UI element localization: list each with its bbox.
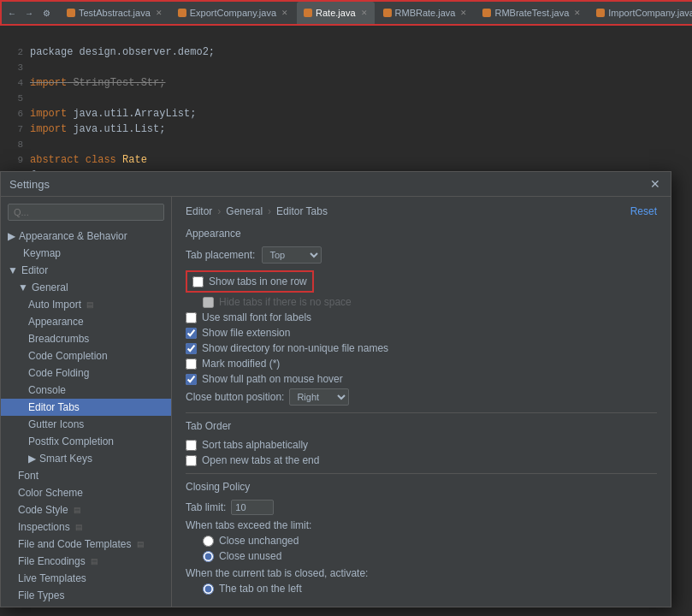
search-input[interactable]	[8, 204, 164, 221]
tab-file-icon	[178, 9, 186, 17]
when-exceed-label: When tabs exceed the limit:	[186, 519, 657, 531]
when-closed-label: When the current tab is closed, activate…	[186, 567, 657, 579]
close-button-position-dropdown[interactable]: Right Left None	[289, 388, 349, 406]
tab-on-left-label: The tab on the left	[219, 583, 302, 595]
sidebar-item-general[interactable]: ▼ General	[1, 279, 171, 296]
sidebar-item-label: Editor Tabs	[28, 401, 80, 413]
sidebar-item-editor[interactable]: ▼ Editor	[1, 262, 171, 279]
settings-titlebar: Settings ✕	[1, 172, 671, 197]
show-full-path-label: Show full path on mouse hover	[202, 373, 343, 385]
use-small-font-checkbox[interactable]	[186, 312, 197, 323]
sidebar-item-label: File and Code Templates	[18, 538, 132, 550]
sidebar-item-font[interactable]: Font	[1, 467, 171, 484]
sidebar-item-inspections[interactable]: Inspections ▤	[1, 518, 171, 536]
tab-close-icon[interactable]: ✕	[281, 9, 288, 17]
tab-placement-dropdown[interactable]: Top Bottom Left Right None	[262, 246, 322, 264]
show-file-ext-row: Show file extension	[186, 327, 657, 339]
sidebar-item-console[interactable]: Console	[1, 382, 171, 399]
close-unchanged-radio[interactable]	[203, 536, 214, 547]
reset-button[interactable]: Reset	[630, 205, 657, 217]
sidebar-item-android-layout-editor[interactable]: Android Layout Editor	[1, 604, 171, 607]
sidebar-item-editor-tabs[interactable]: Editor Tabs	[1, 399, 171, 416]
close-unused-radio[interactable]	[203, 551, 214, 562]
tab-rmbratetest[interactable]: RMBrateTest.java ✕	[476, 2, 588, 24]
forward-icon[interactable]: →	[22, 6, 36, 20]
sidebar-item-smart-keys[interactable]: ▶ Smart Keys	[1, 450, 171, 467]
sidebar-item-label: Console	[28, 384, 66, 396]
settings-icon[interactable]: ⚙	[39, 6, 53, 20]
tab-file-icon	[596, 9, 605, 17]
sidebar-item-code-folding[interactable]: Code Folding	[1, 364, 171, 382]
breadcrumb-sep2: ›	[268, 205, 271, 217]
tab-testabstract[interactable]: TestAbstract.java ✕	[60, 2, 169, 24]
sidebar-item-code-style[interactable]: Code Style ▤	[1, 501, 171, 518]
tab-on-left-radio[interactable]	[203, 583, 214, 595]
sidebar-item-label: Gutter Icons	[28, 418, 84, 430]
tab-file-icon	[67, 9, 75, 17]
show-full-path-row: Show full path on mouse hover	[186, 373, 657, 385]
arrow-icon: ▼	[18, 281, 28, 293]
tab-close-icon[interactable]: ✕	[574, 9, 581, 17]
tab-exportcompany[interactable]: ExportCompany.java ✕	[171, 2, 295, 24]
sort-alphabetically-checkbox[interactable]	[186, 440, 197, 451]
sidebar-item-auto-import[interactable]: Auto Import ▤	[1, 296, 171, 313]
settings-dialog: Settings ✕ ▶ Appearance & Behavior Keyma…	[0, 171, 671, 607]
show-tabs-one-row-label[interactable]: Show tabs in one row	[209, 275, 307, 287]
sidebar-item-gutter-icons[interactable]: Gutter Icons	[1, 416, 171, 433]
tab-rate[interactable]: Rate.java ✕	[297, 2, 374, 24]
ext-badge-icon: ▤	[137, 540, 145, 548]
tab-placement-label: Tab placement:	[186, 249, 255, 261]
close-button[interactable]: ✕	[648, 177, 662, 191]
tab-limit-input[interactable]	[231, 500, 274, 515]
sidebar-item-label: Appearance	[28, 316, 84, 328]
sidebar-item-label: Breadcrumbs	[28, 333, 89, 345]
sidebar-item-postfix-completion[interactable]: Postfix Completion	[1, 433, 171, 450]
back-icon[interactable]: ←	[5, 6, 19, 20]
sidebar-item-label: Smart Keys	[39, 453, 92, 465]
tab-placement-row: Tab placement: Top Bottom Left Right Non…	[186, 246, 657, 264]
sidebar-item-color-scheme[interactable]: Color Scheme	[1, 484, 171, 501]
sort-alphabetically-row: Sort tabs alphabetically	[186, 439, 657, 451]
mark-modified-row: Mark modified (*)	[186, 358, 657, 370]
sidebar-item-file-types[interactable]: File Types	[1, 587, 171, 604]
appearance-section-title: Appearance	[186, 228, 657, 240]
tab-close-icon[interactable]: ✕	[361, 9, 368, 17]
tab-file-icon	[304, 9, 312, 17]
sidebar-item-label: Postfix Completion	[28, 435, 114, 447]
sidebar-item-file-code-templates[interactable]: File and Code Templates ▤	[1, 536, 171, 553]
open-new-tabs-row: Open new tabs at the end	[186, 454, 657, 466]
sort-alphabetically-label: Sort tabs alphabetically	[202, 439, 308, 451]
show-full-path-checkbox[interactable]	[186, 374, 197, 385]
sidebar-item-appearance-behavior[interactable]: ▶ Appearance & Behavior	[1, 228, 171, 245]
show-directory-checkbox[interactable]	[186, 343, 197, 354]
close-button-position-label: Close button position:	[186, 391, 284, 403]
sidebar-item-appearance[interactable]: Appearance	[1, 313, 171, 330]
sidebar-item-breadcrumbs[interactable]: Breadcrumbs	[1, 330, 171, 347]
breadcrumb-editor-tabs: Editor Tabs	[276, 205, 328, 217]
sidebar-item-label: Color Scheme	[18, 487, 83, 499]
divider1	[186, 412, 657, 413]
sidebar-item-label: General	[32, 281, 68, 293]
sidebar-item-label: File Types	[18, 589, 64, 601]
sidebar-item-live-templates[interactable]: Live Templates	[1, 570, 171, 587]
tab-rmbrate[interactable]: RMBRate.java ✕	[376, 2, 475, 24]
show-tabs-one-row-checkbox[interactable]	[192, 276, 204, 287]
show-file-ext-checkbox[interactable]	[186, 328, 197, 339]
mark-modified-checkbox[interactable]	[186, 358, 197, 370]
sidebar-item-code-completion[interactable]: Code Completion	[1, 347, 171, 364]
code-line: 5	[0, 91, 692, 106]
tab-label: ImportCompany.java	[608, 8, 692, 18]
ext-badge-icon: ▤	[86, 300, 94, 309]
sidebar-item-keymap[interactable]: Keymap	[1, 245, 171, 262]
sidebar-item-file-encodings[interactable]: File Encodings ▤	[1, 553, 171, 570]
tab-limit-label: Tab limit:	[186, 501, 226, 513]
tab-close-icon[interactable]: ✕	[460, 9, 467, 17]
hide-tabs-checkbox[interactable]	[203, 297, 214, 308]
tab-importcompany[interactable]: ImportCompany.java ✕	[589, 2, 692, 24]
tab-close-icon[interactable]: ✕	[156, 9, 163, 17]
tab-order-section-title: Tab Order	[186, 420, 657, 432]
breadcrumb-editor: Editor	[186, 205, 212, 217]
open-new-tabs-end-checkbox[interactable]	[186, 455, 197, 466]
close-unused-label: Close unused	[219, 550, 281, 562]
sidebar-item-label: Code Style	[18, 504, 68, 516]
